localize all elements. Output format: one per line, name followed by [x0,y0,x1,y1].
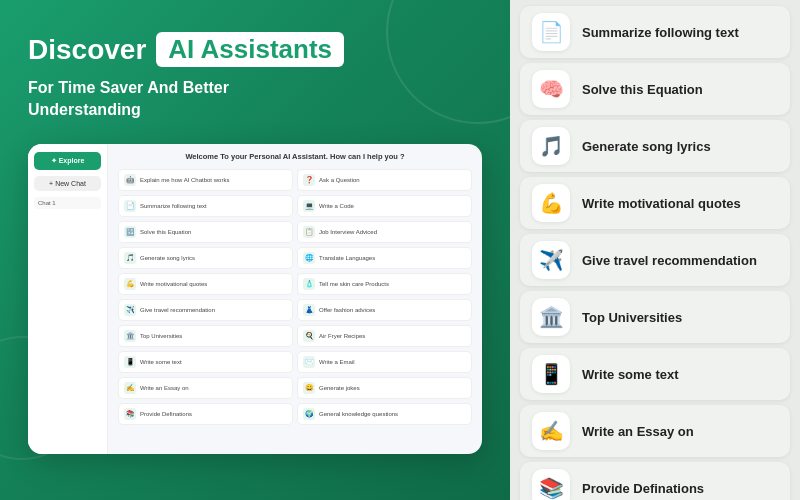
chat-grid-item[interactable]: 💪 Write motivational quotes [118,273,293,295]
chat-grid-label: Job Interview Adviced [319,229,377,235]
chat-grid-label: Write some text [140,359,182,365]
chat-grid-item[interactable]: 🍳 Air Fryer Recipes [297,325,472,347]
right-panel: 📄 Summarize following text 🧠 Solve this … [510,0,800,500]
chat-grid-icon: 🔢 [124,226,136,238]
chat-grid-label: General knowledge questions [319,411,398,417]
chat-grid-label: Summarize following text [140,203,207,209]
title-ai: AI Assistants [156,32,344,67]
feature-label: Write an Essay on [582,424,694,439]
chat-grid-item[interactable]: 🤖 Explain me how AI Chatbot works [118,169,293,191]
chat-grid-item[interactable]: 🔢 Solve this Equation [118,221,293,243]
chat-grid-icon: ✈️ [124,304,136,316]
chat-grid-icon: 💻 [303,200,315,212]
chat-mockup: ✦ Explore + New Chat Chat 1 Welcome To y… [28,144,482,454]
chat-grid-item[interactable]: ✍️ Write an Essay on [118,377,293,399]
title-row: Discover AI Assistants [28,32,482,67]
chat-grid-label: Give travel recommendation [140,307,215,313]
feature-label: Give travel recommendation [582,253,757,268]
chat-grid-label: Write a Email [319,359,355,365]
chat-grid-item[interactable]: 📋 Job Interview Adviced [297,221,472,243]
chat-grid-item[interactable]: 🎵 Generate song lyrics [118,247,293,269]
chat-grid-icon: 📚 [124,408,136,420]
chat-grid-icon: 📄 [124,200,136,212]
chat-grid-icon: ✉️ [303,356,315,368]
chat-history-item[interactable]: Chat 1 [34,197,101,209]
chat-grid-label: Ask a Question [319,177,360,183]
new-chat-button[interactable]: + New Chat [34,176,101,191]
chat-grid-icon: 📋 [303,226,315,238]
feature-card[interactable]: 📚 Provide Definations [520,462,790,500]
chat-grid-label: Generate jokes [319,385,360,391]
feature-label: Generate song lyrics [582,139,711,154]
chat-grid-label: Explain me how AI Chatbot works [140,177,229,183]
subtitle: For Time Saver And Better Understanding [28,77,482,122]
feature-card[interactable]: ✈️ Give travel recommendation [520,234,790,286]
chat-grid-label: Provide Definations [140,411,192,417]
title-discover: Discover [28,34,146,66]
feature-icon: 💪 [532,184,570,222]
chat-grid-icon: 👗 [303,304,315,316]
chat-grid-item[interactable]: 🧴 Tell me skin care Products [297,273,472,295]
feature-card[interactable]: 📄 Summarize following text [520,6,790,58]
chat-grid-icon: 😄 [303,382,315,394]
chat-grid-label: Solve this Equation [140,229,191,235]
feature-label: Summarize following text [582,25,739,40]
chat-welcome-text: Welcome To your Personal AI Assistant. H… [118,152,472,161]
chat-grid-item[interactable]: 📄 Summarize following text [118,195,293,217]
chat-grid-item[interactable]: 📱 Write some text [118,351,293,373]
chat-grid-item[interactable]: 😄 Generate jokes [297,377,472,399]
chat-grid-item[interactable]: ❓ Ask a Question [297,169,472,191]
feature-icon: ✈️ [532,241,570,279]
chat-grid-item[interactable]: 🏛️ Top Universities [118,325,293,347]
chat-grid-label: Write an Essay on [140,385,189,391]
feature-icon: 📱 [532,355,570,393]
feature-icon: 🧠 [532,70,570,108]
explore-button[interactable]: ✦ Explore [34,152,101,170]
chat-grid-icon: 🤖 [124,174,136,186]
chat-grid-icon: ✍️ [124,382,136,394]
chat-main: Welcome To your Personal AI Assistant. H… [108,144,482,454]
feature-icon: 📄 [532,13,570,51]
chat-grid-item[interactable]: 👗 Offer fashion advices [297,299,472,321]
feature-icon: 🎵 [532,127,570,165]
chat-grid-label: Write a Code [319,203,354,209]
chat-grid-icon: 🧴 [303,278,315,290]
feature-card[interactable]: 🏛️ Top Universities [520,291,790,343]
chat-grid-label: Tell me skin care Products [319,281,389,287]
chat-grid-item[interactable]: 🌐 Translate Languages [297,247,472,269]
chat-grid-icon: 💪 [124,278,136,290]
chat-grid-icon: ❓ [303,174,315,186]
chat-grid-label: Translate Languages [319,255,375,261]
chat-grid-label: Air Fryer Recipes [319,333,365,339]
feature-label: Write some text [582,367,679,382]
chat-grid-item[interactable]: 💻 Write a Code [297,195,472,217]
chat-grid-item[interactable]: 📚 Provide Definations [118,403,293,425]
feature-card[interactable]: 🎵 Generate song lyrics [520,120,790,172]
feature-card[interactable]: 🧠 Solve this Equation [520,63,790,115]
feature-icon: 🏛️ [532,298,570,336]
chat-grid-item[interactable]: 🌍 General knowledge questions [297,403,472,425]
chat-grid-label: Generate song lyrics [140,255,195,261]
chat-sidebar: ✦ Explore + New Chat Chat 1 [28,144,108,454]
feature-card[interactable]: 💪 Write motivational quotes [520,177,790,229]
chat-grid-icon: 📱 [124,356,136,368]
left-panel: Discover AI Assistants For Time Saver An… [0,0,510,500]
chat-grid-icon: 🏛️ [124,330,136,342]
feature-label: Write motivational quotes [582,196,741,211]
chat-grid: 🤖 Explain me how AI Chatbot works ❓ Ask … [118,169,472,425]
chat-grid-icon: 🎵 [124,252,136,264]
chat-grid-item[interactable]: ✉️ Write a Email [297,351,472,373]
feature-label: Solve this Equation [582,82,703,97]
chat-grid-label: Top Universities [140,333,182,339]
chat-grid-icon: 🌍 [303,408,315,420]
feature-icon: 📚 [532,469,570,500]
chat-grid-label: Offer fashion advices [319,307,375,313]
chat-grid-label: Write motivational quotes [140,281,207,287]
chat-grid-icon: 🌐 [303,252,315,264]
feature-card[interactable]: 📱 Write some text [520,348,790,400]
chat-grid-icon: 🍳 [303,330,315,342]
feature-label: Top Universities [582,310,682,325]
feature-card[interactable]: ✍️ Write an Essay on [520,405,790,457]
chat-grid-item[interactable]: ✈️ Give travel recommendation [118,299,293,321]
feature-label: Provide Definations [582,481,704,496]
